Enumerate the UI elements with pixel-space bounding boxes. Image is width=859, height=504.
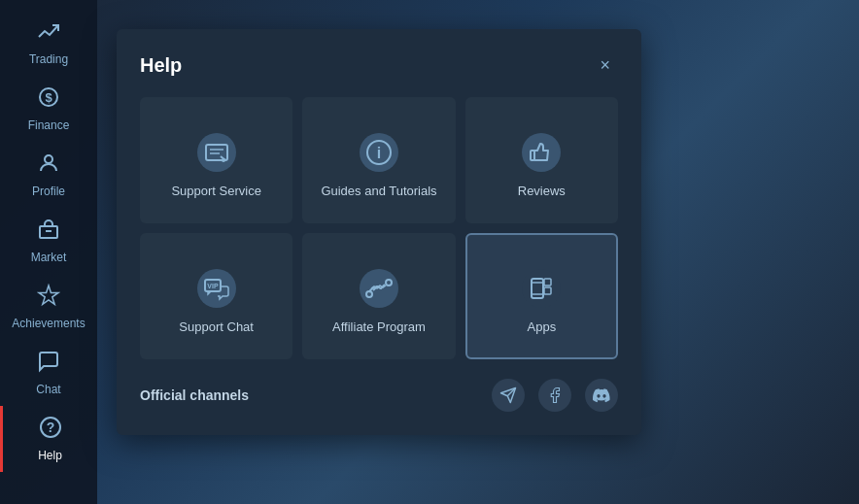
help-card-support-chat[interactable]: VIP Support Chat	[140, 233, 292, 359]
help-card-guides[interactable]: i Guides and Tutorials	[302, 97, 455, 223]
finance-icon: $	[37, 85, 60, 115]
apps-icon	[518, 265, 565, 312]
reviews-label: Reviews	[518, 184, 566, 200]
facebook-icon[interactable]	[538, 379, 571, 412]
trading-icon	[37, 19, 60, 49]
sidebar-item-achievements[interactable]: Achievements	[0, 274, 97, 340]
svg-point-2	[45, 155, 52, 163]
guides-label: Guides and Tutorials	[321, 184, 436, 200]
sidebar-item-finance[interactable]: $ Finance	[0, 76, 97, 142]
sidebar-label-chat: Chat	[36, 383, 60, 396]
svg-point-23	[522, 269, 561, 308]
profile-icon	[37, 151, 60, 181]
channels-label: Official channels	[140, 387, 249, 403]
main-content: Help × Support Service	[97, 0, 859, 504]
modal-header: Help ×	[140, 52, 618, 78]
modal-title: Help	[140, 54, 182, 77]
support-chat-icon: VIP	[193, 265, 240, 312]
telegram-icon[interactable]	[492, 379, 525, 412]
help-card-support-service[interactable]: Support Service	[140, 97, 292, 223]
svg-text:$: $	[45, 90, 52, 105]
guides-icon: i	[356, 129, 402, 176]
help-card-reviews[interactable]: Reviews	[465, 97, 618, 223]
support-service-label: Support Service	[171, 184, 261, 200]
sidebar-item-profile[interactable]: Profile	[0, 142, 97, 208]
support-service-icon	[193, 129, 240, 176]
sidebar-label-finance: Finance	[28, 118, 70, 132]
svg-point-15	[522, 133, 561, 172]
discord-icon[interactable]	[585, 379, 618, 412]
help-grid: Support Service i Guides and Tutorials	[140, 97, 618, 359]
svg-text:VIP: VIP	[207, 283, 219, 289]
achievements-icon	[37, 284, 60, 313]
help-card-apps[interactable]: Apps	[465, 233, 618, 359]
svg-point-7	[197, 133, 236, 172]
sidebar: Trading $ Finance Profile Market	[0, 0, 97, 504]
sidebar-label-achievements: Achievements	[12, 317, 85, 330]
support-chat-label: Support Chat	[179, 319, 254, 336]
chat-icon	[37, 350, 60, 379]
channels-row: Official channels	[140, 379, 618, 412]
sidebar-label-trading: Trading	[29, 52, 68, 66]
sidebar-item-help[interactable]: ? Help	[0, 406, 97, 472]
sidebar-item-chat[interactable]: Chat	[0, 340, 97, 406]
apps-label: Apps	[528, 319, 557, 336]
sidebar-item-market[interactable]: Market	[0, 208, 97, 274]
close-button[interactable]: ×	[592, 52, 618, 78]
sidebar-label-market: Market	[31, 251, 67, 264]
help-modal: Help × Support Service	[117, 29, 641, 435]
svg-text:?: ?	[46, 420, 54, 435]
channels-icons	[492, 379, 618, 412]
sidebar-label-profile: Profile	[32, 185, 65, 198]
affiliate-icon	[356, 265, 402, 312]
reviews-thumb-icon	[518, 129, 565, 176]
svg-text:i: i	[377, 145, 381, 161]
affiliate-label: Affiliate Program	[332, 319, 426, 336]
svg-point-11	[222, 158, 225, 162]
help-card-affiliate[interactable]: Affiliate Program	[302, 233, 455, 359]
sidebar-item-trading[interactable]: Trading	[0, 10, 97, 76]
help-icon: ?	[39, 416, 62, 445]
market-icon	[37, 218, 60, 247]
sidebar-label-help: Help	[38, 449, 62, 462]
